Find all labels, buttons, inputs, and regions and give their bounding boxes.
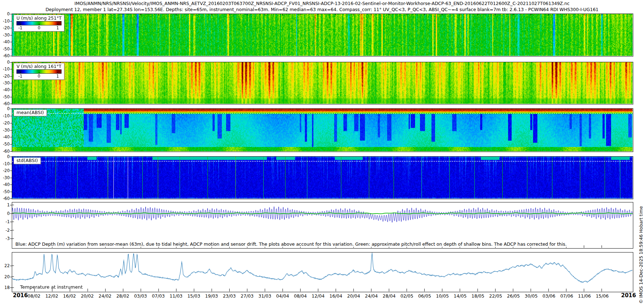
- y-tick-mark: [10, 35, 12, 35]
- u-velocity-panel: U (m/s) along 251°T -1 0 1: [12, 14, 633, 57]
- x-tick-label: 24/02: [99, 293, 112, 299]
- x-tick-label: 16/04: [330, 293, 342, 299]
- y-tick-mark: [10, 76, 12, 77]
- x-tick-label: 15/03: [187, 293, 200, 299]
- y-tick-mark: [10, 164, 12, 164]
- y-tick-label: -40: [0, 40, 10, 44]
- y-tick-label: -10: [0, 114, 10, 118]
- y-tick-label: 1: [0, 203, 10, 207]
- y-tick-mark: [10, 109, 12, 109]
- y-tick-label: -30: [0, 81, 10, 85]
- x-tick-label: 16/02: [63, 293, 76, 299]
- x-tick-label: 06/05: [418, 293, 431, 299]
- x-tick-label: 22/05: [489, 293, 502, 299]
- figure-title: IMOS/ANMN/NRS/NRSNSI/Velocity/IMOS_ANMN-…: [0, 1, 644, 6]
- v-colorbar-title: V (m/s) along 161°T: [16, 64, 62, 69]
- y-tick-label: 22: [0, 264, 10, 268]
- y-tick-mark: [10, 130, 12, 131]
- y-tick-label: -10: [0, 67, 10, 72]
- x-tick-label: 31/03: [258, 293, 271, 299]
- y-tick-mark: [10, 137, 12, 137]
- x-tick-label: 08/02: [28, 293, 40, 299]
- y-tick-mark: [10, 28, 12, 28]
- x-tick-label: 23/03: [223, 293, 236, 299]
- x-tick-label: 11/03: [170, 293, 182, 299]
- v-colorbar: [16, 69, 62, 74]
- copyright-watermark: © IMOS 14-Dec-2025 18:59:46 Hobart time: [638, 206, 644, 304]
- y-tick-label: 0: [0, 60, 10, 65]
- y-tick-mark: [10, 205, 12, 205]
- x-tick-label: 18/05: [472, 293, 484, 299]
- u-cbar-tick-min: -1: [18, 25, 22, 30]
- x-tick-label: 19/03: [205, 293, 218, 299]
- y-tick-label: -60: [0, 54, 10, 58]
- mean-absi-heatmap: [12, 109, 633, 151]
- x-tick-label: 14/05: [454, 293, 467, 299]
- y-tick-label: 20: [0, 275, 10, 279]
- x-tick-label: 28/02: [116, 293, 129, 299]
- x-tick-label: 30/05: [525, 293, 538, 299]
- temperature-label: Temperature at instrument: [20, 284, 83, 290]
- x-tick-label: 12/02: [45, 293, 58, 299]
- v-cbar-tick-zero: 0: [38, 74, 40, 79]
- y-tick-mark: [10, 171, 12, 171]
- x-tick-label: 27/03: [241, 293, 254, 299]
- y-tick-mark: [10, 151, 12, 152]
- u-velocity-heatmap: [12, 14, 633, 56]
- std-absi-label: std(ABSI): [14, 157, 41, 164]
- x-tick-label: 15/06: [596, 293, 609, 299]
- y-tick-mark: [10, 185, 12, 185]
- y-tick-label: -20: [0, 121, 10, 126]
- y-tick-label: -30: [0, 33, 10, 38]
- x-tick-label: 12/04: [312, 293, 325, 299]
- u-colorbar-legend: U (m/s) along 251°T -1 0 1: [14, 15, 64, 31]
- depth-annotation: Blue: ADCP Depth (m) variation from sens…: [15, 241, 567, 247]
- x-tick-label: 04/04: [276, 293, 289, 299]
- y-tick-mark: [10, 144, 12, 144]
- x-tick-label: 20/02: [81, 293, 94, 299]
- mean-absi-panel: mean(ABSI): [12, 108, 633, 152]
- y-tick-label: 0: [0, 107, 10, 111]
- y-tick-label: -50: [0, 190, 10, 194]
- y-tick-label: -20: [0, 168, 10, 173]
- y-tick-label: -50: [0, 95, 10, 99]
- y-tick-mark: [10, 214, 12, 214]
- y-tick-label: -40: [0, 88, 10, 92]
- y-tick-mark: [10, 288, 12, 288]
- y-tick-mark: [10, 83, 12, 83]
- year-label-right: 2016: [621, 292, 636, 299]
- y-tick-mark: [10, 21, 12, 21]
- x-tick-label: 20/04: [347, 293, 360, 299]
- mean-absi-label: mean(ABSI): [14, 109, 47, 116]
- y-tick-label: -60: [0, 102, 10, 106]
- y-tick-label: -10: [0, 19, 10, 24]
- std-absi-heatmap: [12, 157, 633, 198]
- y-tick-label: -3: [0, 236, 10, 241]
- y-tick-label: -30: [0, 176, 10, 180]
- x-tick-label: 02/05: [400, 293, 413, 299]
- y-tick-mark: [10, 90, 12, 90]
- u-cbar-tick-max: 1: [56, 25, 59, 30]
- temperature-panel: Temperature at instrument: [12, 252, 633, 292]
- y-tick-mark: [10, 56, 12, 56]
- x-tick-label: 08/04: [294, 293, 307, 299]
- year-label-left: 2016: [13, 292, 28, 299]
- y-tick-mark: [10, 157, 12, 157]
- y-tick-mark: [10, 222, 12, 222]
- y-tick-mark: [10, 62, 12, 63]
- y-tick-mark: [10, 104, 12, 104]
- y-tick-label: -20: [0, 26, 10, 30]
- y-tick-label: -20: [0, 74, 10, 79]
- x-tick-label: 07/06: [560, 293, 573, 299]
- y-tick-mark: [10, 266, 12, 266]
- x-tick-label: 11/06: [578, 293, 591, 299]
- u-cbar-tick-zero: 0: [38, 25, 40, 30]
- y-tick-label: -40: [0, 135, 10, 139]
- std-absi-panel: std(ABSI): [12, 156, 633, 199]
- y-tick-label: -1: [0, 220, 10, 224]
- y-tick-mark: [10, 42, 12, 42]
- x-tick-label: 24/04: [365, 293, 378, 299]
- v-velocity-heatmap: [12, 62, 633, 104]
- x-tick-label: 07/03: [152, 293, 165, 299]
- y-tick-mark: [10, 116, 12, 116]
